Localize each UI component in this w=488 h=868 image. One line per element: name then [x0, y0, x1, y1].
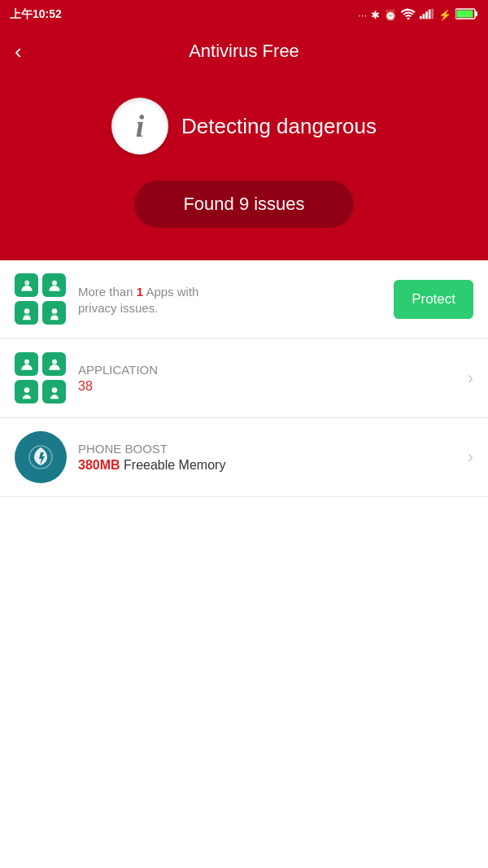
- info-circle-icon: i: [111, 98, 168, 155]
- page-title: Antivirus Free: [189, 41, 299, 62]
- wifi-icon: [401, 8, 416, 22]
- app-icons-grid-app: [15, 352, 67, 404]
- signal-icon: [420, 8, 434, 22]
- privacy-title-suffix: Apps with: [143, 285, 198, 299]
- hero-section: i Detecting dangerous Found 9 issues: [0, 73, 488, 260]
- svg-rect-7: [457, 10, 473, 17]
- app-icon-8: [42, 380, 66, 403]
- app-icon-5: [15, 352, 38, 376]
- application-value: 38: [78, 379, 456, 394]
- application-label: APPLICATION: [78, 363, 456, 377]
- privacy-issues-content: More than 1 Apps with privacy issues.: [67, 285, 394, 315]
- svg-rect-6: [475, 11, 477, 16]
- status-bar: 上午10:52 ··· ✱ ⏰ ⚡: [0, 0, 488, 29]
- svg-point-10: [52, 280, 57, 285]
- protect-button[interactable]: Protect: [394, 280, 473, 319]
- phone-boost-chevron: ›: [468, 447, 473, 468]
- info-symbol: i: [136, 108, 145, 144]
- app-icon-7: [15, 380, 38, 403]
- list-section: 美团: [0, 260, 488, 497]
- svg-rect-1: [423, 14, 425, 19]
- app-icons-grid-privacy: 美团: [15, 273, 67, 325]
- detecting-text: Detecting dangerous: [181, 114, 377, 139]
- found-issues-badge: Found 9 issues: [134, 181, 353, 228]
- battery-icon: [455, 8, 478, 22]
- phone-boost-row[interactable]: PHONE BOOST 380MB Freeable Memory ›: [0, 418, 488, 497]
- app-icon-4: [42, 301, 66, 325]
- dots-icon: ···: [358, 9, 367, 21]
- phone-boost-memory: 380MB Freeable Memory: [78, 458, 456, 473]
- status-time: 上午10:52: [10, 7, 62, 22]
- privacy-issues-title: More than 1 Apps with: [78, 285, 382, 299]
- svg-point-11: [24, 308, 29, 314]
- application-row[interactable]: APPLICATION 38 ›: [0, 339, 488, 418]
- phone-boost-content: PHONE BOOST 380MB Freeable Memory: [67, 442, 468, 473]
- bluetooth-icon: ✱: [371, 9, 380, 21]
- privacy-subtitle: privacy issues.: [78, 301, 382, 315]
- svg-rect-4: [431, 8, 434, 19]
- svg-point-12: [51, 308, 57, 314]
- svg-rect-2: [425, 11, 428, 19]
- freeable-amount: 380MB: [78, 458, 120, 472]
- svg-point-13: [24, 359, 29, 364]
- svg-point-14: [52, 359, 57, 364]
- app-icon-2: [42, 273, 66, 297]
- privacy-count: 1: [137, 285, 143, 299]
- svg-rect-3: [429, 9, 431, 19]
- privacy-issues-row: 美团: [0, 260, 488, 339]
- app-icon-3: [15, 301, 38, 325]
- back-button[interactable]: ‹: [15, 41, 22, 62]
- boost-icon: [15, 431, 67, 483]
- protect-action: Protect: [394, 280, 473, 319]
- freeable-suffix: Freeable Memory: [120, 458, 226, 472]
- svg-point-16: [51, 387, 57, 393]
- application-content: APPLICATION 38: [67, 363, 468, 394]
- phone-boost-label: PHONE BOOST: [78, 442, 456, 456]
- bottom-space: [0, 497, 488, 741]
- status-icons: ··· ✱ ⏰ ⚡: [358, 8, 478, 22]
- header: ‹ Antivirus Free: [0, 29, 488, 73]
- app-icon-6: [42, 352, 66, 376]
- svg-rect-0: [420, 15, 422, 19]
- hero-icon-row: i Detecting dangerous: [111, 98, 377, 155]
- svg-point-15: [24, 387, 29, 393]
- alarm-icon: ⏰: [384, 9, 397, 21]
- application-chevron: ›: [468, 368, 473, 389]
- app-icon-1: 美团: [15, 273, 38, 297]
- privacy-title-prefix: More than: [78, 285, 137, 299]
- battery-charging-icon: ⚡: [438, 9, 451, 21]
- svg-text:美团: 美团: [20, 281, 27, 285]
